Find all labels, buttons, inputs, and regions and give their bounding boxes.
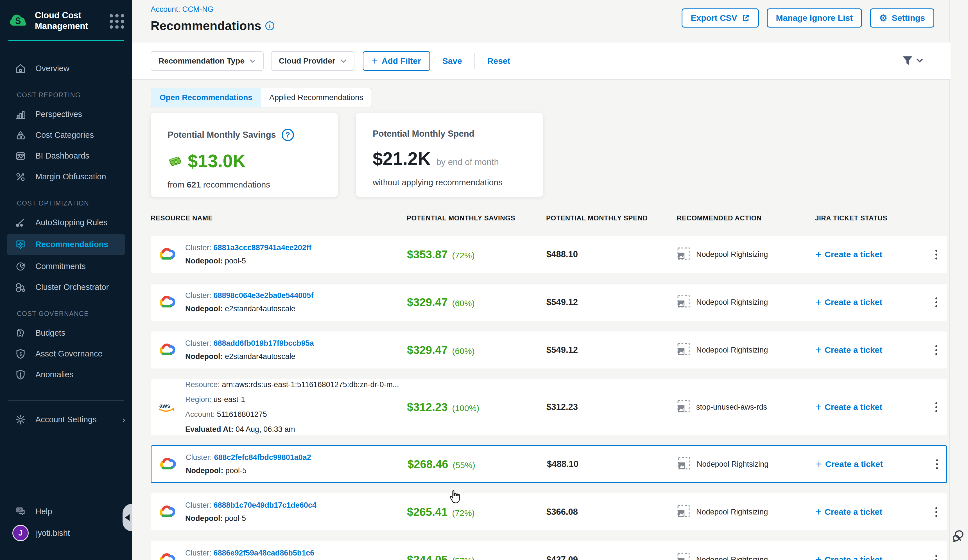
- sidebar-item-cluster-orchestrator[interactable]: Cluster Orchestrator: [0, 277, 132, 298]
- table-row[interactable]: aws Resource: arn:aws:rds:us-east-1:5116…: [151, 379, 947, 435]
- settings-button[interactable]: ⚙ Settings: [870, 8, 934, 28]
- spend-cell: $488.10: [547, 459, 678, 469]
- savings-percent: (60%): [452, 346, 475, 356]
- sidebar-item-label: Overview: [35, 64, 70, 73]
- page-title: Recommendations: [151, 19, 261, 33]
- tab-applied-recommendations[interactable]: Applied Recommendations: [261, 88, 372, 107]
- row-menu-kebab-icon[interactable]: [931, 459, 948, 469]
- rightsizing-icon: [677, 247, 690, 262]
- row-menu-kebab-icon[interactable]: [931, 297, 948, 307]
- sidebar-item-asset-governance[interactable]: $ Asset Governance: [0, 343, 132, 364]
- avatar: J: [12, 525, 29, 541]
- table-row[interactable]: Cluster: 68898c064e3e2ba0e544005fNodepoo…: [151, 283, 947, 321]
- resource-link[interactable]: 688add6fb019b17f9bccb95a: [214, 339, 314, 348]
- create-ticket-button[interactable]: + Create a ticket: [816, 249, 931, 260]
- recommended-action-cell: Nodepool Rightsizing: [678, 457, 816, 472]
- row-menu-kebab-icon[interactable]: [931, 402, 948, 412]
- sidebar-item-commitments[interactable]: Commitments: [0, 256, 132, 277]
- reset-filter-button[interactable]: Reset: [487, 56, 511, 66]
- sidebar-item-overview[interactable]: Overview: [0, 58, 132, 79]
- create-ticket-button[interactable]: + Create a ticket: [816, 296, 931, 308]
- provider-icon: [159, 457, 176, 471]
- provider-icon: aws: [158, 400, 175, 414]
- sidebar-item-bi-dashboards[interactable]: BI Dashboards: [0, 146, 132, 166]
- add-filter-button[interactable]: + Add Filter: [363, 51, 430, 71]
- funnel-icon: [902, 55, 913, 66]
- table-row[interactable]: Cluster: 6881a3ccc887941a4ee202ffNodepoo…: [151, 235, 947, 273]
- resource-link[interactable]: 6881a3ccc887941a4ee202ff: [214, 244, 312, 252]
- spend-cell: $366.08: [546, 507, 677, 517]
- resource-cell: Cluster: 6881a3ccc887941a4ee202ffNodepoo…: [151, 244, 407, 265]
- help-circle-icon[interactable]: ?: [282, 129, 294, 141]
- create-ticket-button[interactable]: + Create a ticket: [816, 554, 931, 560]
- action-label: Nodepool Rightsizing: [696, 346, 768, 355]
- module-accent-bar: [8, 40, 124, 41]
- table-row[interactable]: Cluster: 688add6fb019b17f9bccb95aNodepoo…: [151, 331, 947, 369]
- resource-link[interactable]: 6886e92f59a48cad86b5b1c6: [214, 549, 315, 557]
- manage-ignore-list-button[interactable]: Manage Ignore List: [767, 8, 862, 28]
- section-cost-optimization: COST OPTIMIZATION AutoStopping Rules Rec…: [0, 200, 132, 298]
- info-icon[interactable]: i: [265, 22, 274, 30]
- provider-icon: [158, 505, 175, 519]
- breadcrumb[interactable]: Account: CCM-NG: [151, 5, 274, 14]
- sidebar-item-cost-categories[interactable]: Cost Categories: [0, 125, 132, 146]
- sidebar-item-margin-obfuscation[interactable]: Margin Obfuscation: [0, 166, 132, 187]
- create-ticket-button[interactable]: + Create a ticket: [816, 401, 931, 413]
- card-title: Potential Monthly Spend: [373, 129, 474, 139]
- recommendation-type-dropdown[interactable]: Recommendation Type: [151, 51, 264, 71]
- aws-logo-icon: aws: [158, 401, 175, 413]
- chat-support-icon[interactable]: [952, 529, 966, 544]
- tab-open-recommendations[interactable]: Open Recommendations: [151, 88, 261, 107]
- rightsizing-icon: [677, 343, 690, 356]
- recommendations-icon: [14, 238, 27, 251]
- sidebar-item-budgets[interactable]: $ Budgets: [0, 323, 132, 343]
- sidebar-item-autostopping-rules[interactable]: AutoStopping Rules: [0, 212, 132, 233]
- sidebar-item-help[interactable]: ? Help: [0, 501, 132, 522]
- savings-value: $329.47: [407, 296, 448, 309]
- row-menu-kebab-icon[interactable]: [931, 250, 948, 260]
- cloud-provider-dropdown[interactable]: Cloud Provider: [271, 51, 355, 71]
- provider-icon: [158, 295, 175, 310]
- col-resource-name: RESOURCE NAME: [151, 214, 407, 222]
- sidebar-item-perspectives[interactable]: Perspectives: [0, 104, 132, 125]
- filter-panel-toggle[interactable]: [902, 55, 923, 66]
- create-ticket-button[interactable]: + Create a ticket: [816, 506, 931, 518]
- sidebar-item-label: Asset Governance: [35, 349, 103, 358]
- save-filter-button[interactable]: Save: [443, 56, 462, 66]
- action-label: Nodepool Rightsizing: [696, 250, 768, 259]
- action-label: Nodepool Rightsizing: [696, 508, 768, 517]
- section-cost-governance: COST GOVERNANCE $ Budgets $ Asset Govern…: [0, 310, 132, 385]
- create-ticket-button[interactable]: + Create a ticket: [816, 458, 931, 470]
- sidebar-item-label: AutoStopping Rules: [35, 218, 108, 227]
- create-ticket-label: Create a ticket: [825, 297, 882, 307]
- create-ticket-label: Create a ticket: [825, 250, 882, 259]
- table-header: RESOURCE NAME POTENTIAL MONTHLY SAVINGS …: [151, 214, 947, 222]
- spend-cell: $549.12: [546, 297, 677, 307]
- table-row[interactable]: Cluster: 6888b1c70e49db17c1de60c4Nodepoo…: [151, 493, 947, 531]
- svg-text:$: $: [15, 15, 21, 26]
- percent-icon: [14, 171, 27, 183]
- create-ticket-label: Create a ticket: [825, 555, 882, 560]
- resource-link[interactable]: 68898c064e3e2ba0e544005f: [214, 291, 314, 300]
- sidebar-item-recommendations[interactable]: Recommendations: [7, 234, 125, 255]
- sidebar-collapse-handle[interactable]: [123, 504, 132, 531]
- savings-percent: (60%): [452, 298, 475, 308]
- plus-icon: +: [816, 296, 821, 308]
- spend-value: $312.23: [546, 402, 578, 412]
- table-row[interactable]: Cluster: 6886e92f59a48cad86b5b1c6Nodepoo…: [151, 541, 947, 560]
- sidebar-item-anomalies[interactable]: Anomalies: [0, 364, 132, 385]
- scrollbar-track[interactable]: [950, 0, 950, 560]
- user-menu[interactable]: J jyoti.bisht: [0, 522, 132, 544]
- row-menu-kebab-icon[interactable]: [931, 507, 948, 517]
- export-csv-button[interactable]: Export CSV: [681, 8, 759, 28]
- savings-value: $244.05: [407, 553, 448, 560]
- sidebar-item-account-settings[interactable]: Account Settings ›: [0, 409, 132, 430]
- create-ticket-button[interactable]: + Create a ticket: [816, 344, 931, 356]
- resource-link[interactable]: 688c2fefc84fbdc99801a0a2: [214, 453, 311, 462]
- row-menu-kebab-icon[interactable]: [931, 555, 948, 560]
- svg-text:aws: aws: [159, 402, 170, 409]
- module-switcher-icon[interactable]: [109, 14, 124, 29]
- table-row[interactable]: Cluster: 688c2fefc84fbdc99801a0a2Nodepoo…: [151, 445, 947, 483]
- row-menu-kebab-icon[interactable]: [931, 345, 948, 355]
- resource-link[interactable]: 6888b1c70e49db17c1de60c4: [214, 501, 317, 509]
